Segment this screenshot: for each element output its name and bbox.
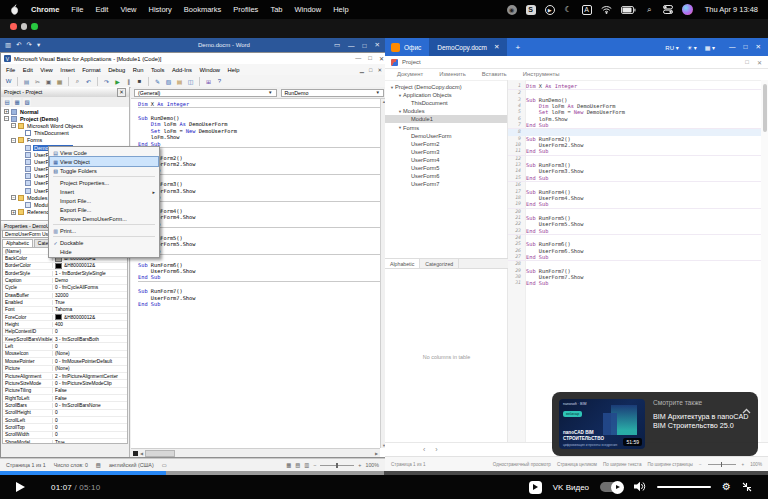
run-icon[interactable]: ▶ (113, 77, 122, 86)
find-icon[interactable]: ⌕ (73, 77, 82, 86)
code-line[interactable]: 8 (508, 128, 761, 135)
context-menu-item-view-object[interactable]: ▦View Object (50, 157, 158, 166)
siri-icon[interactable] (682, 4, 693, 15)
office-tree-item-forms[interactable]: ▼Forms (385, 123, 507, 131)
office-tree-item-thisdocument[interactable]: ThisDocument (385, 99, 507, 107)
proofing-icon[interactable]: ▤ (96, 462, 101, 468)
property-row[interactable]: ScrollTop0 (3, 424, 127, 431)
code-line[interactable]: 12 (508, 155, 761, 162)
new-tab-button[interactable]: + (515, 43, 520, 52)
office-close-button[interactable]: ✕ (756, 43, 761, 51)
menubar-item-file[interactable]: File (71, 5, 83, 14)
object-browser-icon[interactable]: ◫ (186, 77, 195, 86)
web-layout-icon[interactable]: ▥ (304, 462, 309, 468)
office-minimize-button[interactable]: — (729, 43, 736, 51)
property-row[interactable]: ScrollBars0 - fmScrollBarsNone (3, 402, 127, 409)
vk-video-label[interactable]: VK Видео (553, 483, 589, 492)
code-line[interactable]: 20 (508, 208, 761, 215)
office-tree-item-modules[interactable]: ▼Modules (385, 107, 507, 115)
property-row[interactable]: RightToLeftFalse (3, 395, 127, 402)
project-tree-item-thisdocument[interactable]: ThisDocument (1, 130, 129, 137)
project-explorer-icon[interactable]: ▧ (164, 77, 173, 86)
view-mode-item-1[interactable]: Страница целиком (557, 462, 597, 467)
play-button[interactable] (16, 482, 25, 492)
menubar-item-edit[interactable]: Edit (95, 5, 108, 14)
code-line[interactable]: End Sub (138, 301, 380, 307)
menubar-item-profiles[interactable]: Profiles (233, 5, 258, 14)
property-row[interactable]: Picture(None) (3, 366, 127, 373)
tab-close-icon[interactable]: ✕ (494, 43, 499, 51)
code-line[interactable] (138, 174, 380, 181)
help-icon[interactable]: ? (215, 77, 224, 86)
menubar-clock[interactable]: Thu Apr 9 13:48 (705, 5, 758, 14)
vk-video-logo-icon[interactable] (529, 481, 542, 494)
reset-icon[interactable]: ■ (135, 77, 144, 86)
view-mode-item-3[interactable]: По ширине страницы (647, 462, 692, 467)
context-menu-item-insert[interactable]: Insert▸ (50, 187, 158, 196)
view-mode-item-0[interactable]: Одностраничный просмотр (493, 462, 551, 467)
office-tab-categorized[interactable]: Categorized (420, 259, 459, 268)
settings-gear-icon[interactable]: ⚙ (722, 482, 731, 492)
office-code-editor[interactable]: 1Dim X As Integer2 3Sub RunDemo()4 Dim l… (508, 80, 761, 443)
word-maximize-button[interactable]: □ (363, 42, 367, 49)
vba-minimize-button[interactable]: — (355, 55, 361, 62)
code-line[interactable]: 24 (508, 234, 761, 241)
language-switch-button[interactable]: RU ▾ (665, 44, 678, 51)
collapse-icon[interactable]: − (11, 123, 16, 128)
mdi-restore-icon[interactable]: □ (369, 67, 372, 73)
panel-maximize-icon[interactable]: □ (745, 59, 749, 66)
code-line[interactable]: 16 (508, 181, 761, 188)
object-dropdown[interactable]: (General) ▼ (134, 89, 277, 97)
office-menu-item-3[interactable]: Инструменты (523, 71, 560, 77)
input-source-icon[interactable]: A (582, 5, 592, 15)
suggested-video-thumbnail[interactable]: nanosoft · BIM вебинар nanoCAD BIM СТРОИ… (559, 399, 645, 449)
code-line[interactable] (138, 227, 380, 234)
code-line[interactable] (138, 147, 380, 154)
suggested-video-title[interactable]: BIM Архитектура в nanoCAD BIM Строительс… (653, 412, 751, 430)
properties-window-icon[interactable]: ▤ (175, 77, 184, 86)
office-app-label[interactable]: Офис (404, 44, 421, 51)
close-traffic-light[interactable] (10, 23, 17, 30)
office-tree-item-userform4[interactable]: UserForm4 (385, 156, 507, 164)
context-menu-item-view-code[interactable]: ▤View Code (50, 148, 158, 157)
screenshot-app-icon[interactable]: S (526, 5, 536, 15)
project-tree-item-normal[interactable]: +Normal (1, 108, 129, 115)
context-menu-item-export-file[interactable]: Export File... (50, 205, 158, 214)
code-line[interactable] (138, 254, 380, 261)
paste-icon[interactable]: ▦ (55, 77, 64, 86)
save-icon[interactable]: ▥ (5, 41, 11, 49)
vba-menu-file[interactable]: File (6, 67, 15, 73)
office-tree-item-userform2[interactable]: UserForm2 (385, 140, 507, 148)
redo-icon[interactable]: ↷ (102, 77, 111, 86)
save-icon[interactable]: ▤ (22, 77, 31, 86)
quick-access-caret-icon[interactable]: ▾ (37, 41, 40, 49)
ribbon-options-icon[interactable]: ▭ (334, 41, 340, 49)
property-row[interactable]: HelpContextID0 (3, 329, 127, 336)
property-row[interactable]: PictureAlignment2 - fmPictureAlignmentCe… (3, 373, 127, 380)
code-line[interactable]: 31End Sub (508, 280, 761, 286)
playback-icon[interactable]: ▶ (545, 5, 555, 15)
property-row[interactable]: Left0 (3, 343, 127, 350)
next-page-icon[interactable]: › (435, 446, 437, 453)
zoom-in-icon[interactable]: + (358, 462, 361, 468)
project-panel-close-icon[interactable]: ✕ (117, 88, 126, 97)
context-menu-item-dockable[interactable]: ✓Dockable (50, 238, 158, 247)
language-indicator[interactable]: английский (США) (109, 462, 154, 468)
mdi-close-icon[interactable]: ✕ (377, 67, 382, 73)
property-row[interactable]: Cycle0 - fmCycleAllForms (3, 285, 127, 292)
mdi-minimize-icon[interactable]: ▁ (360, 67, 364, 73)
break-icon[interactable]: ∥ (124, 77, 133, 86)
property-row[interactable]: ScrollHeight0 (3, 410, 127, 417)
view-object-icon[interactable]: ▦ (13, 98, 21, 106)
property-row[interactable]: MousePointer0 - fmMousePointerDefault (3, 358, 127, 365)
context-menu-item-project-properties[interactable]: Project Properties... (50, 178, 158, 187)
office-app-icon[interactable] (391, 43, 400, 52)
split-handle[interactable] (133, 451, 138, 456)
procedure-dropdown[interactable]: RunDemo ▼ (281, 89, 385, 97)
office-menu-item-0[interactable]: Документ (397, 71, 423, 77)
undo-icon[interactable]: ↶ (16, 41, 21, 49)
context-menu-item-toggle-folders[interactable]: ▧Toggle Folders (50, 166, 158, 175)
vba-menu-edit[interactable]: Edit (23, 67, 33, 73)
collapse-icon[interactable]: − (11, 195, 16, 200)
code-line[interactable] (138, 281, 380, 288)
